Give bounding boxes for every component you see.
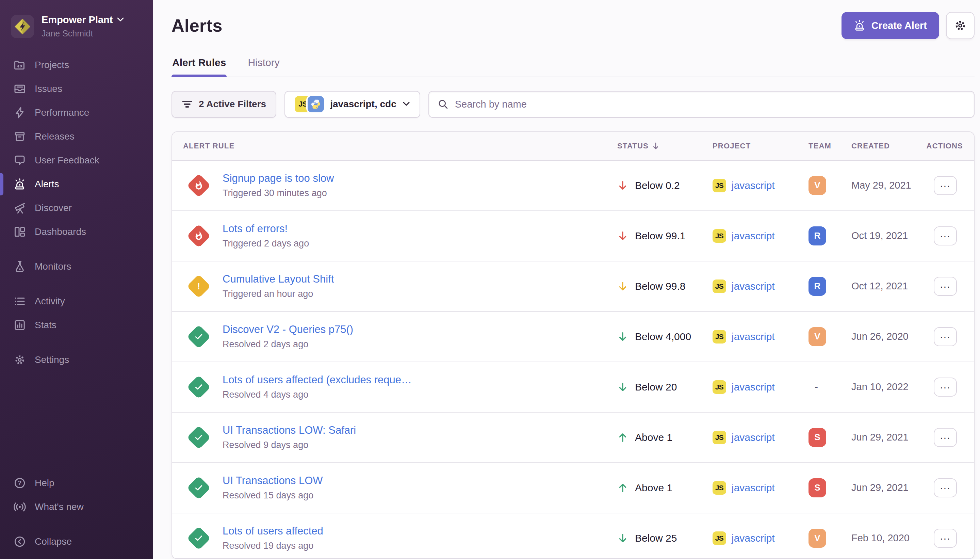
table-row[interactable]: UI Transactions LOW: Safari Resolved 9 d… [172, 413, 974, 463]
project-link[interactable]: javascript [732, 432, 775, 443]
alert-status-diamond-icon [186, 224, 211, 248]
sidebar-item-monitors[interactable]: Monitors [0, 255, 153, 278]
alert-rule-link[interactable]: Lots of users affected [223, 525, 323, 537]
dashboards-icon [13, 226, 26, 238]
javascript-platform-icon: JS [713, 380, 726, 394]
table-header-row: Alert Rule Status Project Team Created A… [172, 132, 974, 161]
row-actions-button[interactable]: ... [934, 428, 957, 447]
sidebar-item-label: What's new [35, 501, 84, 513]
alert-rule-link[interactable]: Signup page is too slow [223, 172, 334, 185]
row-actions-button[interactable]: ... [934, 277, 957, 296]
row-actions-button[interactable]: ... [934, 227, 957, 245]
project-link[interactable]: javascript [732, 482, 775, 494]
project-cell: JS javascript [713, 531, 808, 545]
sidebar-item-whats-new[interactable]: What's new [0, 495, 153, 519]
project-cell: JS javascript [713, 229, 808, 243]
sidebar-item-discover[interactable]: Discover [0, 196, 153, 220]
alert-rule-link[interactable]: UI Transactions LOW [223, 475, 323, 487]
project-cell: JS javascript [713, 330, 808, 344]
org-name: Empower Plant [41, 13, 113, 26]
sidebar-item-label: User Feedback [35, 155, 99, 166]
javascript-platform-icon: JS [713, 330, 726, 344]
sidebar-item-settings[interactable]: Settings [0, 348, 153, 372]
sidebar-item-releases[interactable]: Releases [0, 125, 153, 149]
issues-icon [13, 83, 26, 95]
created-date: May 29, 2021 [851, 180, 927, 191]
status-threshold: Below 25 [635, 533, 677, 544]
sidebar-footer: ? Help What's new Collapse [0, 471, 153, 556]
sidebar-item-activity[interactable]: Activity [0, 289, 153, 313]
user-feedback-icon [13, 154, 26, 167]
javascript-platform-icon: JS [713, 481, 726, 495]
sidebar-item-help[interactable]: ? Help [0, 471, 153, 495]
alert-rule-link[interactable]: Lots of errors! [223, 223, 309, 235]
sidebar-item-label: Releases [35, 131, 74, 142]
created-date: Feb 10, 2020 [851, 533, 927, 544]
active-indicator [0, 173, 3, 195]
help-icon: ? [13, 477, 26, 489]
alerts-settings-button[interactable] [946, 12, 975, 39]
table-row[interactable]: Lots of users affected Resolved 19 days … [172, 513, 974, 559]
sidebar-item-dashboards[interactable]: Dashboards [0, 220, 153, 244]
search-input[interactable] [455, 99, 966, 110]
sort-desc-icon [652, 142, 660, 150]
team-cell: S [808, 478, 851, 498]
sidebar-item-label: Settings [35, 354, 69, 365]
sidebar-collapse-button[interactable]: Collapse [0, 530, 153, 554]
column-header-status[interactable]: Status [617, 142, 713, 150]
row-actions-button[interactable]: ... [934, 327, 957, 346]
sidebar-item-stats[interactable]: Stats [0, 313, 153, 337]
table-body: Signup page is too slow Triggered 30 min… [172, 161, 974, 559]
sidebar-item-label: Discover [35, 203, 72, 213]
alert-status-diamond-icon [186, 476, 211, 500]
project-link[interactable]: javascript [732, 281, 775, 292]
sidebar-item-label: Performance [35, 107, 89, 118]
project-link[interactable]: javascript [732, 331, 775, 342]
sidebar-item-issues[interactable]: Issues [0, 77, 153, 101]
alert-status-diamond-icon: ! [186, 274, 211, 299]
alert-rule-link[interactable]: Cumulative Layout Shift [223, 273, 334, 285]
sidebar-item-user-feedback[interactable]: User Feedback [0, 149, 153, 172]
project-filter-dropdown[interactable]: JS javascript, cdc [284, 91, 420, 118]
row-actions-button[interactable]: ... [934, 377, 957, 397]
tab-alert-rules[interactable]: Alert Rules [172, 53, 227, 77]
table-row[interactable]: UI Transactions LOW Resolved 15 days ago… [172, 463, 974, 513]
alert-rule-subtitle: Resolved 4 days ago [223, 389, 412, 400]
alert-rule-subtitle: Resolved 19 days ago [223, 541, 323, 551]
table-row[interactable]: Lots of errors! Triggered 2 days ago Bel… [172, 211, 974, 261]
alert-rule-link[interactable]: Lots of users affected (excludes reque… [223, 374, 412, 386]
check-icon [194, 433, 203, 442]
search-icon [437, 98, 449, 110]
alert-status-diamond-icon [186, 173, 211, 198]
alert-rules-table: Alert Rule Status Project Team Created A… [172, 131, 975, 559]
alert-rule-link[interactable]: Discover V2 - Queries p75() [223, 323, 353, 336]
create-alert-button[interactable]: Create Alert [841, 12, 939, 39]
alert-status-diamond-icon [186, 425, 211, 450]
table-row[interactable]: Lots of users affected (excludes reque… … [172, 362, 974, 413]
table-row[interactable]: Discover V2 - Queries p75() Resolved 2 d… [172, 312, 974, 362]
status-threshold: Above 1 [635, 432, 672, 443]
table-row[interactable]: Signup page is too slow Triggered 30 min… [172, 161, 974, 211]
project-link[interactable]: javascript [732, 230, 775, 242]
sidebar-item-projects[interactable]: Projects [0, 53, 153, 77]
project-link[interactable]: javascript [732, 381, 775, 393]
active-filters-button[interactable]: 2 Active Filters [172, 91, 276, 118]
arrow-down-icon [617, 281, 628, 292]
row-actions-button[interactable]: ... [934, 478, 957, 498]
alert-rule-link[interactable]: UI Transactions LOW: Safari [223, 424, 356, 437]
column-header-team: Team [808, 142, 851, 150]
status-threshold: Above 1 [635, 482, 672, 494]
chevron-down-icon [403, 102, 410, 107]
project-link[interactable]: javascript [732, 180, 775, 191]
sidebar-item-alerts[interactable]: Alerts [0, 172, 153, 196]
settings-gear-icon [13, 354, 26, 366]
org-switcher[interactable]: Empower Plant Jane Schmidt [0, 10, 153, 44]
tab-history[interactable]: History [247, 53, 280, 77]
row-actions-button[interactable]: ... [934, 176, 957, 195]
row-actions-button[interactable]: ... [934, 529, 957, 548]
javascript-platform-icon: JS [713, 229, 726, 243]
sidebar-item-performance[interactable]: Performance [0, 101, 153, 125]
status-threshold: Below 20 [635, 381, 677, 393]
table-row[interactable]: ! Cumulative Layout Shift Triggered an h… [172, 261, 974, 312]
project-link[interactable]: javascript [732, 533, 775, 544]
